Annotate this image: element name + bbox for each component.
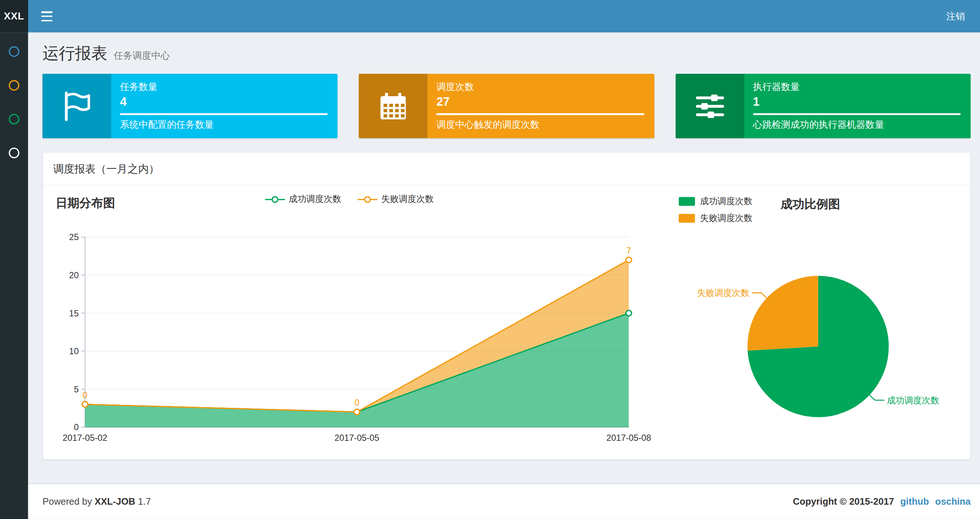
legend-item-fail[interactable]: 失败调度次数 xyxy=(358,194,434,205)
top-navbar: XXL 注销 xyxy=(0,0,980,33)
pie-chart-legend: 成功调度次数 失败调度次数 xyxy=(679,196,752,224)
sliders-icon xyxy=(676,74,744,138)
info-box-number: 27 xyxy=(436,95,644,109)
calendar-icon xyxy=(359,74,428,138)
y-axis-label: 5 xyxy=(74,384,78,394)
legend-label: 成功调度次数 xyxy=(700,196,752,207)
hamburger-bar xyxy=(41,15,52,17)
info-box-triggers: 调度次数 27 调度中心触发的调度次数 xyxy=(359,74,654,138)
y-axis-label: 10 xyxy=(69,346,79,356)
legend-item-success[interactable]: 成功调度次数 xyxy=(265,194,342,205)
progress-line xyxy=(753,113,961,115)
success-ratio-chart: 成功调度次数失败调度次数 xyxy=(663,251,957,432)
x-axis-label: 2017-05-05 xyxy=(334,433,379,443)
data-point-marker xyxy=(626,310,632,316)
y-axis-label: 0 xyxy=(74,422,78,432)
info-box-description: 心跳检测成功的执行器机器数量 xyxy=(753,119,961,131)
pie-leader-line xyxy=(870,395,884,400)
data-label: 7 xyxy=(627,246,631,256)
logo-text: XXL xyxy=(4,11,25,22)
line-legend-marker xyxy=(358,195,378,204)
pie-slice xyxy=(748,276,818,351)
data-label: 0 xyxy=(83,390,87,400)
hamburger-bar xyxy=(41,11,52,13)
github-link[interactable]: github xyxy=(900,496,929,506)
schedule-report-panel: 调度报表（一月之内） 日期分布图 成功调度次数 xyxy=(43,152,971,460)
content-area: 运行报表 任务调度中心 任务数量 4 系统中配置的任务数量 xyxy=(28,33,980,484)
pie-label: 成功调度次数 xyxy=(887,395,939,405)
info-box-label: 任务数量 xyxy=(120,81,328,93)
page-subtitle: 任务调度中心 xyxy=(114,50,170,62)
info-box-description: 系统中配置的任务数量 xyxy=(120,119,328,131)
data-point-marker xyxy=(82,402,88,407)
legend-item-fail[interactable]: 失败调度次数 xyxy=(679,212,752,224)
info-box-number: 4 xyxy=(120,95,328,109)
legend-label: 失败调度次数 xyxy=(700,212,752,224)
legend-swatch xyxy=(679,214,695,223)
copyright-text: Copyright © 2015-2017 xyxy=(793,496,894,506)
info-box-content: 执行器数量 1 心跳检测成功的执行器机器数量 xyxy=(744,74,970,138)
sidebar-item-1 circle-icon[interactable] xyxy=(9,46,19,57)
date-distribution-chart: 05101520252017-05-022017-05-052017-05-08… xyxy=(56,226,656,454)
oschina-link[interactable]: oschina xyxy=(935,496,971,506)
hamburger-bar xyxy=(41,20,52,21)
flag-icon xyxy=(43,74,111,138)
footer: Powered by XXL-JOB 1.7 Copyright © 2015-… xyxy=(28,483,980,518)
info-box-jobs: 任务数量 4 系统中配置的任务数量 xyxy=(43,74,338,138)
product-version: 1.7 xyxy=(138,496,151,506)
sidebar-item-4 circle-icon[interactable] xyxy=(9,148,19,158)
logout-link[interactable]: 注销 xyxy=(946,10,965,22)
data-label: 0 xyxy=(354,398,359,407)
info-box-number: 1 xyxy=(753,95,961,109)
info-box-executors: 执行器数量 1 心跳检测成功的执行器机器数量 xyxy=(676,74,971,138)
panel-title: 调度报表（一月之内） xyxy=(43,153,970,185)
legend-swatch xyxy=(679,197,695,206)
info-box-label: 执行器数量 xyxy=(753,81,961,93)
pie-label: 失败调度次数 xyxy=(697,288,749,298)
progress-line xyxy=(436,113,644,115)
info-box-content: 调度次数 27 调度中心触发的调度次数 xyxy=(428,74,654,138)
y-axis-label: 20 xyxy=(69,270,79,280)
hamburger-menu-icon[interactable] xyxy=(41,11,54,21)
powered-by: Powered by XXL-JOB 1.7 xyxy=(43,496,151,506)
footer-right: Copyright © 2015-2017 github oschina xyxy=(793,496,971,506)
legend-item-success[interactable]: 成功调度次数 xyxy=(679,196,752,207)
sidebar xyxy=(0,33,28,519)
info-box-label: 调度次数 xyxy=(436,81,644,93)
logo[interactable]: XXL xyxy=(0,0,28,33)
product-name: XXL-JOB xyxy=(95,496,135,506)
legend-label: 成功调度次数 xyxy=(289,194,341,205)
x-axis-label: 2017-05-02 xyxy=(63,433,107,443)
app-root: XXL 注销 运行报表 任务调度中心 xyxy=(0,0,980,519)
powered-prefix: Powered by xyxy=(43,496,92,506)
page-title: 运行报表 xyxy=(43,43,107,65)
y-axis-label: 25 xyxy=(69,232,79,242)
pie-leader-line xyxy=(752,293,767,298)
panel-body: 日期分布图 成功调度次数 失败调度次数 xyxy=(43,185,970,459)
info-box-row: 任务数量 4 系统中配置的任务数量 xyxy=(43,74,971,138)
data-point-marker xyxy=(626,257,632,262)
info-box-description: 调度中心触发的调度次数 xyxy=(436,119,644,131)
progress-line xyxy=(120,113,328,115)
x-axis-label: 2017-05-08 xyxy=(606,433,651,443)
sidebar-item-2 circle-icon[interactable] xyxy=(9,80,19,91)
info-box-content: 任务数量 4 系统中配置的任务数量 xyxy=(111,74,337,138)
pie-chart-title: 成功比例图 xyxy=(781,196,840,212)
page-header: 运行报表 任务调度中心 xyxy=(43,43,971,65)
y-axis-label: 15 xyxy=(69,308,79,318)
data-point-marker xyxy=(354,409,360,415)
line-legend-marker xyxy=(265,195,285,204)
sidebar-item-3 circle-icon[interactable] xyxy=(9,114,19,125)
line-chart-legend: 成功调度次数 失败调度次数 xyxy=(56,194,643,205)
legend-label: 失败调度次数 xyxy=(381,194,434,205)
